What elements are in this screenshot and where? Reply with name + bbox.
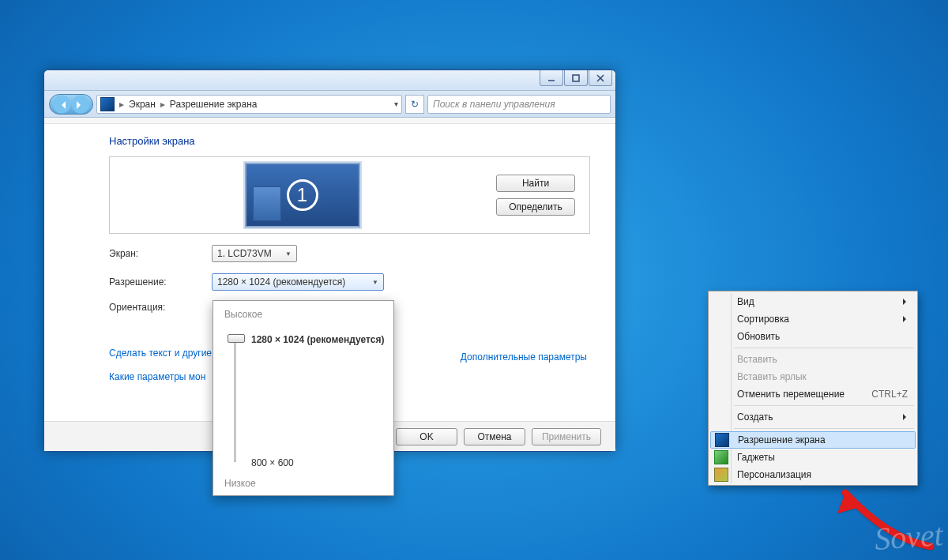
ctx-gadgets[interactable]: Гаджеты bbox=[710, 449, 916, 466]
separator bbox=[734, 405, 914, 406]
resolution-dropdown[interactable]: 1280 × 1024 (рекомендуется) ▼ bbox=[212, 273, 384, 291]
screen-value: 1. LCD73VM bbox=[217, 248, 272, 259]
minimize-button[interactable] bbox=[540, 70, 563, 86]
nav-back-forward[interactable] bbox=[49, 94, 93, 115]
chevron-right-icon bbox=[903, 414, 909, 420]
gadgets-icon bbox=[714, 450, 728, 464]
ctx-paste: Вставить bbox=[710, 351, 916, 368]
detect-button[interactable]: Найти bbox=[496, 175, 575, 192]
ctx-sort[interactable]: Сортировка bbox=[710, 310, 916, 328]
monitor-thumbnail[interactable]: 1 bbox=[245, 163, 360, 227]
shortcut-label: CTRL+Z bbox=[871, 389, 908, 400]
ctx-undo-move[interactable]: Отменить перемещениеCTRL+Z bbox=[710, 385, 916, 403]
chevron-down-icon: ▼ bbox=[285, 250, 292, 257]
resolution-slider-popup: Высокое 1280 × 1024 (рекомендуется) 800 … bbox=[213, 300, 394, 496]
search-input[interactable]: Поиск в панели управления bbox=[427, 95, 611, 114]
ctx-screen-resolution[interactable]: Разрешение экрана bbox=[710, 431, 916, 449]
svg-rect-1 bbox=[573, 75, 579, 81]
chevron-down-icon[interactable]: ▾ bbox=[394, 100, 398, 108]
advanced-settings-link[interactable]: Дополнительные параметры bbox=[461, 351, 587, 363]
ok-button[interactable]: OK bbox=[396, 428, 457, 445]
search-placeholder: Поиск в панели управления bbox=[433, 99, 555, 110]
resolution-value: 1280 × 1024 (рекомендуется) bbox=[217, 276, 345, 288]
addressbar: ▸ Экран ▸ Разрешение экрана ▾ ↻ Поиск в … bbox=[44, 91, 615, 118]
ctx-personalize[interactable]: Персонализация bbox=[710, 466, 916, 483]
breadcrumb[interactable]: ▸ Экран ▸ Разрешение экрана ▾ bbox=[96, 95, 402, 114]
ctx-refresh[interactable]: Обновить bbox=[710, 328, 916, 345]
refresh-button[interactable]: ↻ bbox=[405, 95, 424, 114]
control-panel-icon bbox=[100, 97, 115, 111]
chevron-right-icon: ▸ bbox=[119, 99, 124, 110]
separator bbox=[734, 428, 914, 429]
watermark: Sovet bbox=[874, 516, 945, 558]
annotation-arrow bbox=[833, 483, 935, 550]
orientation-label: Ориентация: bbox=[109, 302, 212, 313]
slider-high-caption: Высокое bbox=[224, 309, 382, 320]
titlebar[interactable] bbox=[44, 70, 615, 91]
close-button[interactable] bbox=[589, 70, 612, 86]
monitor-icon bbox=[715, 433, 729, 447]
chevron-right-icon bbox=[903, 316, 909, 322]
ctx-create[interactable]: Создать bbox=[710, 408, 916, 426]
desktop-context-menu: Вид Сортировка Обновить Вставить Вставит… bbox=[708, 291, 918, 486]
slider-top-value: 1280 × 1024 (рекомендуется) bbox=[251, 334, 384, 345]
slider-thumb[interactable] bbox=[228, 334, 245, 343]
chevron-right-icon bbox=[903, 299, 909, 305]
ctx-view[interactable]: Вид bbox=[710, 293, 916, 310]
ctx-paste-shortcut: Вставить ярлык bbox=[710, 368, 916, 385]
maximize-button[interactable] bbox=[564, 70, 588, 86]
resolution-label: Разрешение: bbox=[109, 276, 212, 288]
apply-button[interactable]: Применить bbox=[532, 428, 601, 445]
slider-bottom-value: 800 × 600 bbox=[251, 457, 294, 468]
cancel-button[interactable]: Отмена bbox=[464, 428, 525, 445]
identify-button[interactable]: Определить bbox=[496, 198, 575, 216]
monitor-preview-area: 1 Найти Определить bbox=[109, 156, 590, 234]
page-title: Настройки экрана bbox=[109, 135, 590, 147]
personalize-icon bbox=[714, 468, 728, 482]
chevron-down-icon: ▼ bbox=[372, 279, 378, 286]
screen-dropdown[interactable]: 1. LCD73VM ▼ bbox=[212, 245, 297, 262]
breadcrumb-current[interactable]: Разрешение экрана bbox=[170, 99, 258, 110]
separator bbox=[734, 348, 914, 348]
monitor-number: 1 bbox=[287, 179, 318, 211]
chevron-right-icon: ▸ bbox=[160, 99, 165, 110]
menubar bbox=[44, 118, 615, 124]
screen-label: Экран: bbox=[109, 248, 212, 259]
slider-low-caption: Низкое bbox=[224, 478, 256, 489]
breadcrumb-root[interactable]: Экран bbox=[129, 99, 156, 110]
svg-marker-5 bbox=[837, 493, 860, 513]
slider-track[interactable] bbox=[234, 339, 236, 462]
